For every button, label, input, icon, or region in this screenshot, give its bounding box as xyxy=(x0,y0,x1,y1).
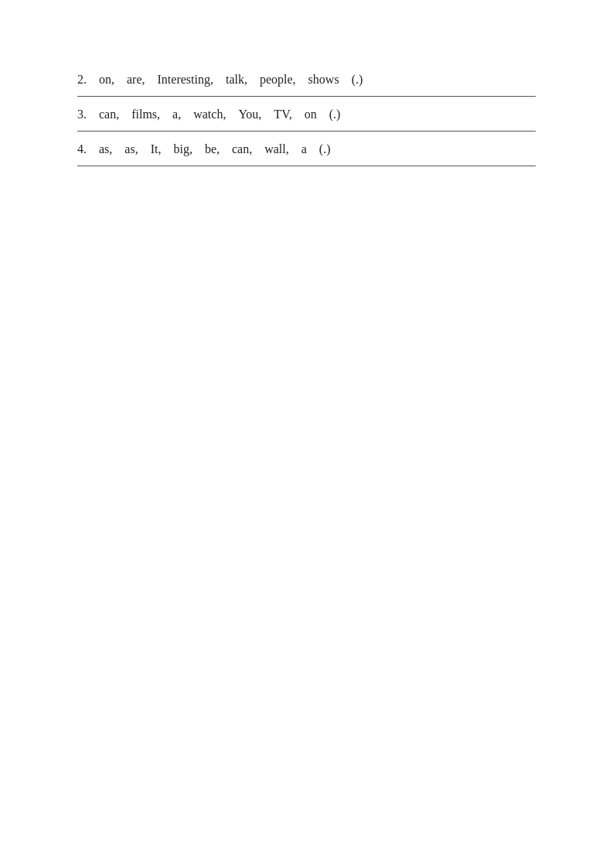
word-1-5: TV, xyxy=(274,108,291,121)
exercise-item-1: 2.on,are,Interesting,talk,people,shows(.… xyxy=(77,62,536,97)
word-2-4: be, xyxy=(205,142,220,156)
word-0-6: (.) xyxy=(352,73,363,87)
word-0-0: on, xyxy=(99,73,114,87)
item-number-2: 3. xyxy=(77,108,87,121)
word-2-2: It, xyxy=(151,142,162,156)
word-1-3: watch, xyxy=(193,108,226,121)
word-0-2: Interesting, xyxy=(158,73,213,87)
word-0-1: are, xyxy=(127,73,145,87)
word-1-0: can, xyxy=(99,108,119,121)
word-0-3: talk, xyxy=(226,73,247,87)
item-number-1: 2. xyxy=(77,73,87,87)
word-1-1: films, xyxy=(131,108,160,121)
word-1-7: (.) xyxy=(329,108,341,121)
word-2-3: big, xyxy=(173,142,192,156)
exercise-list: 2.on,are,Interesting,talk,people,shows(.… xyxy=(77,62,536,166)
word-2-1: as, xyxy=(124,142,138,156)
item-row-1: 2.on,are,Interesting,talk,people,shows(.… xyxy=(77,62,536,96)
item-row-2: 3.can,films,a,watch,You,TV,on(.) xyxy=(77,97,536,131)
word-2-0: as, xyxy=(99,142,112,156)
exercise-item-2: 3.can,films,a,watch,You,TV,on(.) xyxy=(77,97,536,132)
word-1-2: a, xyxy=(172,108,181,121)
word-0-4: people, xyxy=(260,73,296,87)
word-2-7: a xyxy=(301,142,307,156)
word-0-5: shows xyxy=(308,73,339,87)
item-row-3: 4.as,as,It,big,be,can,wall,a(.) xyxy=(77,132,536,166)
item-number-3: 4. xyxy=(77,142,87,156)
divider-3 xyxy=(77,166,536,166)
word-1-6: on xyxy=(305,108,317,121)
word-2-5: can, xyxy=(232,142,252,156)
word-1-4: You, xyxy=(238,108,261,121)
exercise-item-3: 4.as,as,It,big,be,can,wall,a(.) xyxy=(77,132,536,166)
word-2-8: (.) xyxy=(319,142,331,156)
word-2-6: wall, xyxy=(264,142,289,156)
page: 2.on,are,Interesting,talk,people,shows(.… xyxy=(0,0,613,868)
